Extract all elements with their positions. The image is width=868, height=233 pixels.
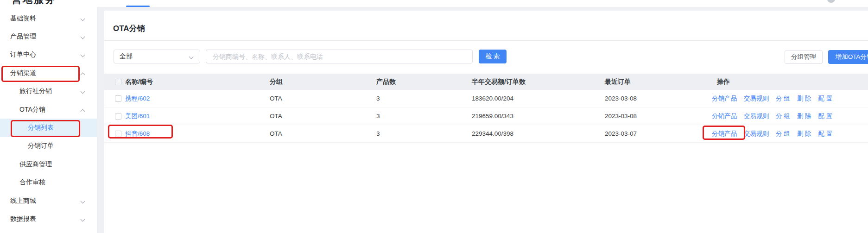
page-title: OTA分销 [104,11,868,41]
sidebar-item-9[interactable]: 供应商管理 [0,155,97,173]
action-link-4[interactable]: 删 除 [797,112,811,120]
group-cell: OTA [270,130,376,137]
col-header-group: 分组 [270,78,376,86]
filter-bar: 全部 检 索 分组管理 增加OTA分销 [104,50,868,63]
action-link-2[interactable]: 交易规则 [744,112,769,120]
sidebar-item-label: 订单中心 [10,50,36,59]
add-ota-distribution-button[interactable]: 增加OTA分销 [828,50,868,64]
chevron-down-icon [81,201,85,205]
action-link-3[interactable]: 分 组 [776,130,790,138]
sidebar-item-10[interactable]: 合作审核 [0,174,97,192]
table-body: 携程/602 OTA 3 183620.00/204 2023-03-08 分销… [104,90,868,143]
sidebar-item-4[interactable]: 分销渠道 [0,64,97,82]
col-header-name: 名称/编号 [125,78,270,86]
content-area: OTA分销 全部 检 索 分组管理 增加OTA分销 名称/编号 分组 产品数 半… [97,7,868,233]
action-link-3[interactable]: 分 组 [776,94,790,103]
group-filter-select[interactable]: 全部 [114,50,200,63]
col-header-products: 产品数 [376,78,472,86]
sidebar-item-label: 供应商管理 [19,160,52,169]
group-cell: OTA [270,113,376,120]
sidebar-item-7[interactable]: 分销列表 [0,119,97,137]
col-header-last-order: 最近订单 [605,78,712,86]
app-logo: 营地服务 [12,0,56,6]
sidebar-item-1[interactable]: 基础资料 [0,9,97,27]
action-link-1[interactable]: 分销产品 [712,130,737,138]
row-checkbox[interactable] [115,113,121,120]
table-row-2: 美团/601 OTA 3 219659.00/343 2023-03-08 分销… [104,107,868,125]
table-row-1: 携程/602 OTA 3 183620.00/204 2023-03-08 分销… [104,90,868,107]
sidebar-item-6[interactable]: OTA分销 [0,101,97,119]
chevron-down-icon [81,91,85,95]
chevron-up-icon [81,73,85,77]
sidebar-nav: 基础资料 产品管理 订单中心 分销渠道 旅行社分销 OTA分销 分销列表 分销订… [0,7,97,233]
sidebar-item-label: 分销渠道 [10,69,36,77]
products-count-cell: 3 [376,95,472,102]
sidebar-item-2[interactable]: 产品管理 [0,27,97,45]
action-link-3[interactable]: 分 组 [776,112,790,120]
distributor-name-link[interactable]: 携程/602 [125,95,150,102]
distributor-name-link[interactable]: 抖音/608 [125,130,150,137]
distributor-name-cell: 携程/602 [125,94,270,103]
group-filter-value: 全部 [120,52,133,61]
action-link-5[interactable]: 配 置 [818,130,833,138]
amount-orders-cell: 183620.00/204 [472,95,605,102]
action-link-1[interactable]: 分销产品 [712,112,737,120]
chevron-down-icon [81,55,85,58]
group-cell: OTA [270,95,376,102]
products-count-cell: 3 [376,130,472,137]
sidebar-item-label: 产品管理 [10,32,36,41]
actions-cell: 分销产品交易规则分 组删 除配 置 [712,94,868,103]
sidebar-item-label: 线上商城 [10,197,36,205]
chevron-down-icon [81,19,85,22]
sidebar-item-label: 旅行社分销 [19,87,52,95]
sidebar-item-5[interactable]: 旅行社分销 [0,82,97,101]
avatar[interactable] [827,0,835,3]
actions-cell: 分销产品交易规则分 组删 除配 置 [712,112,868,120]
sidebar-item-label: 合作审核 [19,178,45,187]
select-all-checkbox[interactable] [115,79,121,85]
col-header-amount: 半年交易额/订单数 [472,78,605,86]
last-order-cell: 2023-03-08 [605,95,712,102]
col-header-actions: 操作 [712,78,868,86]
chevron-down-icon [190,57,193,60]
action-link-5[interactable]: 配 置 [818,112,833,120]
action-link-4[interactable]: 删 除 [797,94,811,103]
sidebar-item-12[interactable]: 数据报表 [0,210,97,228]
products-count-cell: 3 [376,113,472,120]
action-link-4[interactable]: 删 除 [797,130,811,138]
sidebar-item-11[interactable]: 线上商城 [0,192,97,210]
last-order-cell: 2023-03-07 [605,130,712,137]
main-card: OTA分销 全部 检 索 分组管理 增加OTA分销 名称/编号 分组 产品数 半… [104,11,868,233]
distributor-table: 名称/编号 分组 产品数 半年交易额/订单数 最近订单 操作 携程/602 OT… [104,74,868,143]
distributor-name-cell: 抖音/608 [125,130,270,138]
row-checkbox[interactable] [115,131,121,137]
search-button[interactable]: 检 索 [479,50,507,63]
group-manage-button[interactable]: 分组管理 [785,50,823,64]
table-row-3: 抖音/608 OTA 3 229344.00/398 2023-03-07 分销… [104,125,868,143]
chevron-down-icon [81,219,85,223]
sidebar-item-3[interactable]: 订单中心 [0,46,97,64]
sidebar-item-label: 基础资料 [10,14,36,23]
action-link-2[interactable]: 交易规则 [744,94,769,103]
distributor-name-link[interactable]: 美团/601 [125,113,150,120]
table-header-row: 名称/编号 分组 产品数 半年交易额/订单数 最近订单 操作 [104,74,868,90]
active-tab-indicator [126,6,150,7]
search-input[interactable] [206,50,473,63]
row-checkbox[interactable] [115,95,121,102]
distributor-name-cell: 美团/601 [125,112,270,120]
sidebar-item-label: 分销订单 [28,142,54,150]
amount-orders-cell: 229344.00/398 [472,130,605,137]
sidebar-item-label: 数据报表 [10,215,36,223]
last-order-cell: 2023-03-08 [605,113,712,120]
top-bar: 营地服务 [0,0,868,7]
sidebar-item-8[interactable]: 分销订单 [0,137,97,155]
amount-orders-cell: 219659.00/343 [472,113,605,120]
action-link-1[interactable]: 分销产品 [712,94,737,103]
sidebar-item-label: OTA分销 [19,106,45,114]
chevron-down-icon [81,37,85,40]
chevron-up-icon [81,110,85,113]
sidebar-item-label: 分销列表 [28,124,54,132]
action-link-5[interactable]: 配 置 [818,94,833,103]
action-link-2[interactable]: 交易规则 [744,130,769,138]
actions-cell: 分销产品交易规则分 组删 除配 置 [712,130,868,138]
